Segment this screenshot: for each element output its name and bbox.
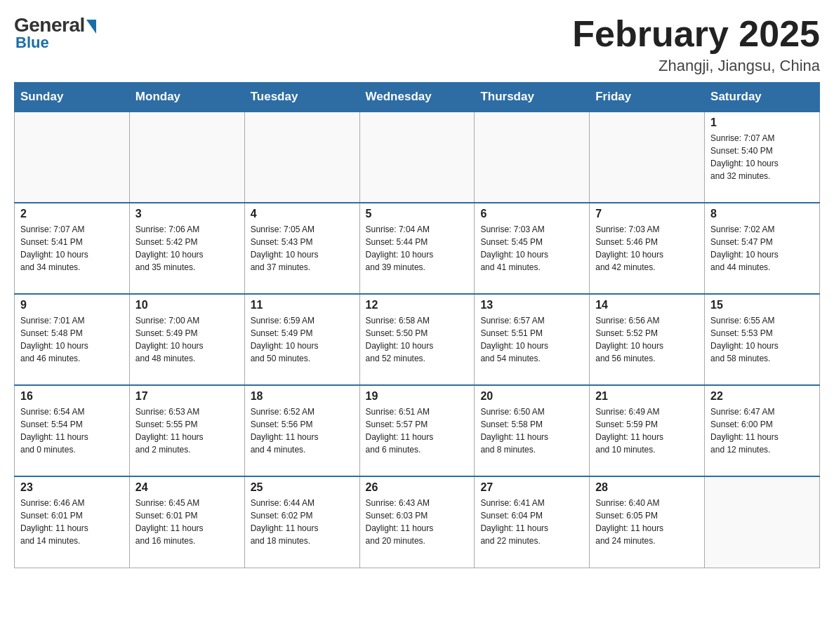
day-info: Sunrise: 6:44 AM Sunset: 6:02 PM Dayligh… [251,497,354,547]
day-info: Sunrise: 7:00 AM Sunset: 5:49 PM Dayligh… [135,314,239,365]
day-number: 15 [710,299,814,311]
day-number: 27 [480,481,583,494]
day-info: Sunrise: 7:03 AM Sunset: 5:45 PM Dayligh… [480,223,583,274]
month-title: February 2025 [572,14,820,54]
location-text: Zhangji, Jiangsu, China [572,57,820,75]
day-number: 25 [251,481,354,494]
calendar-cell: 15Sunrise: 6:55 AM Sunset: 5:53 PM Dayli… [705,294,820,385]
day-info: Sunrise: 6:49 AM Sunset: 5:59 PM Dayligh… [595,405,699,456]
logo-arrow-icon [86,20,96,34]
day-info: Sunrise: 6:57 AM Sunset: 5:51 PM Dayligh… [480,314,583,365]
calendar-cell [705,476,820,568]
calendar-cell: 14Sunrise: 6:56 AM Sunset: 5:52 PM Dayli… [590,294,705,385]
header-sunday: Sunday [15,83,130,112]
day-info: Sunrise: 6:41 AM Sunset: 6:04 PM Dayligh… [480,497,583,547]
calendar-cell: 23Sunrise: 6:46 AM Sunset: 6:01 PM Dayli… [15,476,130,568]
calendar-cell: 10Sunrise: 7:00 AM Sunset: 5:49 PM Dayli… [129,294,244,385]
day-info: Sunrise: 6:53 AM Sunset: 5:55 PM Dayligh… [135,405,239,456]
week-row-3: 16Sunrise: 6:54 AM Sunset: 5:54 PM Dayli… [15,385,820,476]
day-number: 4 [251,208,354,220]
header-tuesday: Tuesday [244,83,359,112]
day-info: Sunrise: 6:58 AM Sunset: 5:50 PM Dayligh… [366,314,469,365]
day-info: Sunrise: 6:59 AM Sunset: 5:49 PM Dayligh… [251,314,354,365]
day-info: Sunrise: 6:40 AM Sunset: 6:05 PM Dayligh… [595,497,699,547]
day-number: 22 [710,390,814,403]
day-info: Sunrise: 7:01 AM Sunset: 5:48 PM Dayligh… [20,314,124,365]
calendar-cell [15,112,130,203]
calendar-cell: 4Sunrise: 7:05 AM Sunset: 5:43 PM Daylig… [244,203,359,294]
day-number: 21 [595,390,699,403]
calendar-cell: 12Sunrise: 6:58 AM Sunset: 5:50 PM Dayli… [359,294,475,385]
calendar-cell: 2Sunrise: 7:07 AM Sunset: 5:41 PM Daylig… [15,203,130,294]
day-info: Sunrise: 7:06 AM Sunset: 5:42 PM Dayligh… [135,223,239,274]
day-info: Sunrise: 7:07 AM Sunset: 5:40 PM Dayligh… [710,132,814,182]
header-saturday: Saturday [705,83,820,112]
day-number: 23 [20,481,124,494]
calendar-cell [475,112,590,203]
calendar-cell: 1Sunrise: 7:07 AM Sunset: 5:40 PM Daylig… [705,112,820,203]
day-number: 2 [20,208,124,220]
day-info: Sunrise: 7:05 AM Sunset: 5:43 PM Dayligh… [251,223,354,274]
title-block: February 2025 Zhangji, Jiangsu, China [572,14,820,75]
day-info: Sunrise: 7:02 AM Sunset: 5:47 PM Dayligh… [710,223,814,274]
day-number: 7 [595,208,699,220]
day-number: 9 [20,299,124,311]
week-row-4: 23Sunrise: 6:46 AM Sunset: 6:01 PM Dayli… [15,476,820,568]
day-info: Sunrise: 7:04 AM Sunset: 5:44 PM Dayligh… [366,223,469,274]
calendar-cell: 5Sunrise: 7:04 AM Sunset: 5:44 PM Daylig… [359,203,475,294]
day-number: 14 [595,299,699,311]
weekday-header-row: Sunday Monday Tuesday Wednesday Thursday… [15,83,820,112]
day-number: 20 [480,390,583,403]
day-number: 17 [135,390,239,403]
calendar-cell: 18Sunrise: 6:52 AM Sunset: 5:56 PM Dayli… [244,385,359,476]
day-number: 16 [20,390,124,403]
day-info: Sunrise: 7:03 AM Sunset: 5:46 PM Dayligh… [595,223,699,274]
day-info: Sunrise: 6:51 AM Sunset: 5:57 PM Dayligh… [366,405,469,456]
logo-blue-text: Blue [15,34,49,52]
calendar-cell: 17Sunrise: 6:53 AM Sunset: 5:55 PM Dayli… [129,385,244,476]
calendar-table: Sunday Monday Tuesday Wednesday Thursday… [14,82,820,568]
calendar-cell: 20Sunrise: 6:50 AM Sunset: 5:58 PM Dayli… [475,385,590,476]
day-number: 18 [251,390,354,403]
day-number: 13 [480,299,583,311]
page-header: General Blue February 2025 Zhangji, Jian… [14,14,820,75]
day-info: Sunrise: 6:52 AM Sunset: 5:56 PM Dayligh… [251,405,354,456]
logo: General Blue [14,14,96,52]
week-row-0: 1Sunrise: 7:07 AM Sunset: 5:40 PM Daylig… [15,112,820,203]
day-number: 8 [710,208,814,220]
header-thursday: Thursday [475,83,590,112]
calendar-cell: 27Sunrise: 6:41 AM Sunset: 6:04 PM Dayli… [475,476,590,568]
day-number: 12 [366,299,469,311]
calendar-cell: 9Sunrise: 7:01 AM Sunset: 5:48 PM Daylig… [15,294,130,385]
calendar-cell: 16Sunrise: 6:54 AM Sunset: 5:54 PM Dayli… [15,385,130,476]
header-wednesday: Wednesday [359,83,475,112]
day-number: 19 [366,390,469,403]
day-number: 5 [366,208,469,220]
calendar-cell: 13Sunrise: 6:57 AM Sunset: 5:51 PM Dayli… [475,294,590,385]
day-info: Sunrise: 6:46 AM Sunset: 6:01 PM Dayligh… [20,497,124,547]
calendar-cell: 22Sunrise: 6:47 AM Sunset: 6:00 PM Dayli… [705,385,820,476]
calendar-cell: 25Sunrise: 6:44 AM Sunset: 6:02 PM Dayli… [244,476,359,568]
day-number: 3 [135,208,239,220]
calendar-cell: 21Sunrise: 6:49 AM Sunset: 5:59 PM Dayli… [590,385,705,476]
day-info: Sunrise: 6:43 AM Sunset: 6:03 PM Dayligh… [366,497,469,547]
header-friday: Friday [590,83,705,112]
day-info: Sunrise: 6:50 AM Sunset: 5:58 PM Dayligh… [480,405,583,456]
calendar-cell [359,112,475,203]
day-info: Sunrise: 6:47 AM Sunset: 6:00 PM Dayligh… [710,405,814,456]
calendar-cell: 28Sunrise: 6:40 AM Sunset: 6:05 PM Dayli… [590,476,705,568]
day-info: Sunrise: 6:56 AM Sunset: 5:52 PM Dayligh… [595,314,699,365]
day-number: 10 [135,299,239,311]
calendar-cell: 24Sunrise: 6:45 AM Sunset: 6:01 PM Dayli… [129,476,244,568]
calendar-cell: 6Sunrise: 7:03 AM Sunset: 5:45 PM Daylig… [475,203,590,294]
header-monday: Monday [129,83,244,112]
day-info: Sunrise: 7:07 AM Sunset: 5:41 PM Dayligh… [20,223,124,274]
day-info: Sunrise: 6:45 AM Sunset: 6:01 PM Dayligh… [135,497,239,547]
day-number: 1 [710,116,814,129]
day-info: Sunrise: 6:55 AM Sunset: 5:53 PM Dayligh… [710,314,814,365]
calendar-cell [244,112,359,203]
calendar-cell [129,112,244,203]
calendar-cell: 19Sunrise: 6:51 AM Sunset: 5:57 PM Dayli… [359,385,475,476]
day-number: 28 [595,481,699,494]
day-number: 26 [366,481,469,494]
